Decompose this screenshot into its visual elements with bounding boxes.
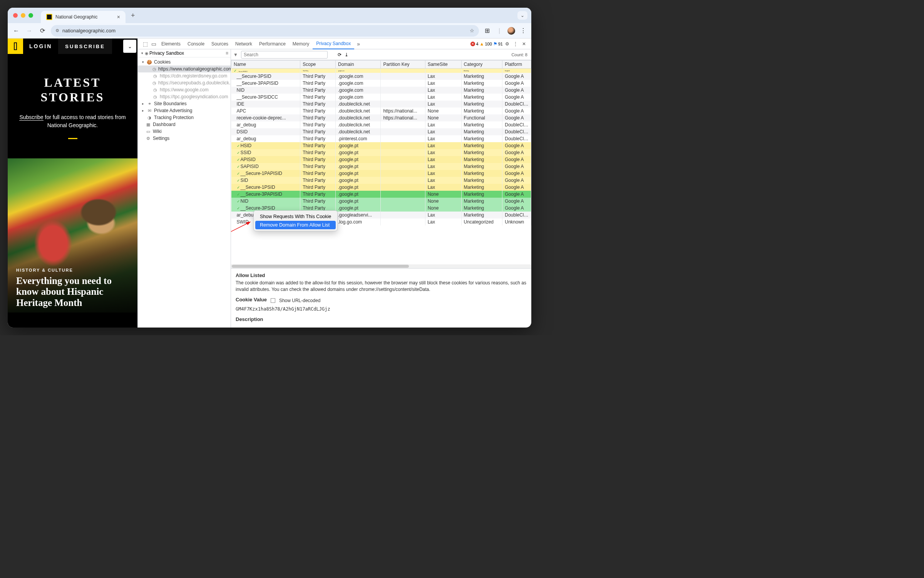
sidebar-domain-item[interactable]: ◷https://www.google.com bbox=[138, 86, 231, 93]
cookie-icon: 🍪 bbox=[147, 59, 152, 65]
devtools-tab-memory[interactable]: Memory bbox=[289, 39, 313, 49]
devtools-tab-performance[interactable]: Performance bbox=[256, 39, 289, 49]
login-button[interactable]: LOGIN bbox=[23, 43, 58, 49]
menu-chevron-icon[interactable]: ⌄ bbox=[123, 40, 136, 53]
table-row[interactable]: ar_debugThird Party.doubleclick.netLaxMa… bbox=[231, 121, 531, 128]
issue-counters: ✕4 ▲100 ⚑91 bbox=[470, 41, 503, 47]
column-header[interactable]: Partition Key bbox=[381, 60, 425, 69]
url-decoded-label: Show URL-decoded bbox=[279, 298, 320, 303]
devtools-tab-privacy-sandbox[interactable]: Privacy Sandbox bbox=[313, 39, 354, 49]
devtools-menu-icon[interactable]: ⋮ bbox=[511, 41, 520, 47]
table-row[interactable]: ✓SSIDThird Party.google.ptLaxMarketingGo… bbox=[231, 149, 531, 156]
tree-site-boundaries[interactable]: ▸⚭Site Boundaries bbox=[138, 100, 231, 107]
tree-settings[interactable]: ⚙Settings bbox=[138, 135, 231, 142]
column-header[interactable]: Category bbox=[461, 60, 502, 69]
natgeo-logo[interactable] bbox=[8, 39, 23, 54]
filter-icon[interactable]: ▼ bbox=[233, 52, 238, 57]
cookie-table-wrap[interactable]: NameScopeDomainPartition KeySameSiteCate… bbox=[231, 60, 531, 264]
column-header[interactable]: Domain bbox=[336, 60, 381, 69]
more-tabs-icon[interactable]: » bbox=[354, 41, 363, 47]
download-icon[interactable]: ⤓ bbox=[345, 52, 348, 57]
sidebar-domain-item[interactable]: ◷https://cdn.registerdisney.go.com bbox=[138, 72, 231, 79]
cookie-panel: ▼ ⟳ ⤓ Count: 8 NameScopeDomainPartition … bbox=[231, 49, 531, 328]
extensions-icon[interactable]: ⊞ bbox=[483, 27, 491, 34]
table-row[interactable]: ✓HSIDThird Party.google.ptLaxMarketingGo… bbox=[231, 142, 531, 149]
tree-dashboard[interactable]: ▦Dashboard bbox=[138, 121, 231, 128]
hero-subtitle: Subscribe for full access to read storie… bbox=[14, 113, 131, 129]
devtools-tab-console[interactable]: Console bbox=[184, 39, 208, 49]
tab-close-icon[interactable]: × bbox=[117, 14, 120, 20]
table-row[interactable]: ✓__Secure-3PAPISIDThird Party.google.ptN… bbox=[231, 191, 531, 198]
bookmark-star-icon[interactable]: ☆ bbox=[470, 28, 474, 34]
scrollbar-thumb[interactable] bbox=[232, 265, 409, 268]
table-row[interactable]: ✓APISIDThird Party.google.ptLaxMarketing… bbox=[231, 156, 531, 163]
table-row[interactable]: IDEThird Party.doubleclick.netLaxMarketi… bbox=[231, 101, 531, 108]
sidebar-domain-item[interactable]: ◷https://tpc.googlesyndication.com bbox=[138, 93, 231, 100]
table-row[interactable]: __Secure-3PSIDCCThird Party.google.comLa… bbox=[231, 94, 531, 101]
table-row[interactable]: ✓__Secure-1PSIDThird Party.google.ptLaxM… bbox=[231, 184, 531, 191]
sidebar-domain-item[interactable]: ◷https://securepubads.g.doubleclick.net bbox=[138, 79, 231, 86]
details-heading-cookievalue: Cookie Value bbox=[236, 297, 267, 302]
table-row[interactable]: __Secure-3PAPISIDThird Party.google.comL… bbox=[231, 80, 531, 87]
column-header[interactable]: Name bbox=[231, 60, 300, 69]
sidebar-collapse-icon[interactable]: ≡ bbox=[226, 50, 228, 56]
table-row[interactable]: __Secure-3PSIDThird Party.google.comLaxM… bbox=[231, 73, 531, 80]
table-row[interactable]: receive-cookie-deprec...Third Party.doub… bbox=[231, 114, 531, 121]
browser-menu-icon[interactable]: ⋮ bbox=[519, 27, 527, 34]
context-show-requests[interactable]: Show Requests With This Cookie bbox=[255, 212, 336, 221]
warning-count[interactable]: ▲100 bbox=[480, 41, 492, 47]
horizontal-scrollbar[interactable] bbox=[231, 264, 531, 268]
clock-icon: ◷ bbox=[152, 66, 156, 72]
back-button[interactable]: ← bbox=[12, 27, 21, 34]
browser-window: National Geographic × + ⌄ ← → ⟳ ⚙ nation… bbox=[8, 8, 531, 328]
tree-wiki[interactable]: ▭Wiki bbox=[138, 128, 231, 135]
devtools-tab-elements[interactable]: Elements bbox=[158, 39, 184, 49]
cookie-details: Allow Listed The cookie domain was added… bbox=[231, 268, 531, 328]
search-input[interactable] bbox=[241, 51, 328, 59]
context-remove-domain[interactable]: Remove Domain From Allow List bbox=[255, 221, 336, 229]
address-bar[interactable]: ⚙ nationalgeographic.com ☆ bbox=[51, 25, 479, 37]
subscribe-link[interactable]: Subscribe bbox=[19, 114, 43, 121]
refresh-icon[interactable]: ⟳ bbox=[338, 52, 341, 57]
inspect-element-icon[interactable]: ⬚ bbox=[141, 41, 149, 47]
close-window-icon[interactable] bbox=[13, 13, 18, 18]
column-header[interactable]: Platform bbox=[502, 60, 531, 69]
column-header[interactable]: Scope bbox=[300, 60, 336, 69]
error-count[interactable]: ✕4 bbox=[470, 42, 478, 46]
maximize-window-icon[interactable] bbox=[28, 13, 33, 18]
table-row[interactable]: ar_debugThird Party.pinterest.comLaxMark… bbox=[231, 135, 531, 142]
tab-strip: National Geographic × + ⌄ bbox=[8, 8, 531, 23]
table-row[interactable]: ✓SIDThird Party.google.ptLaxMarketingGoo… bbox=[231, 177, 531, 184]
reload-button[interactable]: ⟳ bbox=[38, 27, 47, 34]
column-header[interactable]: SameSite bbox=[425, 60, 461, 69]
devtools-tab-network[interactable]: Network bbox=[232, 39, 256, 49]
table-row[interactable]: ✓__Secure-1PSIDCCThird Party.google.comM… bbox=[231, 69, 531, 73]
table-row[interactable]: APCThird Party.doubleclick.nethttps://na… bbox=[231, 108, 531, 114]
sidebar-header: ▾ ◉ Privacy Sandbox ≡ bbox=[138, 49, 231, 57]
table-row[interactable]: DSIDThird Party.doubleclick.netLaxMarket… bbox=[231, 128, 531, 135]
tab-overflow-button[interactable]: ⌄ bbox=[517, 11, 527, 20]
table-row[interactable]: ✓SAPISIDThird Party.google.ptLaxMarketin… bbox=[231, 163, 531, 170]
browser-tab[interactable]: National Geographic × bbox=[41, 11, 126, 23]
table-row[interactable]: ✓__Secure-1PAPISIDThird Party.google.ptL… bbox=[231, 170, 531, 177]
devtools-close-icon[interactable]: ✕ bbox=[520, 41, 528, 47]
details-heading-description: Description bbox=[236, 316, 527, 322]
article-card[interactable]: HISTORY & CULTURE Everything you need to… bbox=[8, 158, 137, 313]
sidebar-domain-item[interactable]: ◷https://www.nationalgeographic.com bbox=[138, 66, 231, 72]
subscribe-button[interactable]: SUBSCRIBE bbox=[58, 39, 112, 54]
minimize-window-icon[interactable] bbox=[21, 13, 25, 18]
devtools-tab-sources[interactable]: Sources bbox=[208, 39, 232, 49]
new-tab-button[interactable]: + bbox=[131, 12, 135, 20]
table-row[interactable]: NIDThird Party.google.comLaxMarketingGoo… bbox=[231, 87, 531, 94]
tree-tracking-protection[interactable]: ▸◑Tracking Protection bbox=[138, 114, 231, 121]
table-row[interactable]: ✓NIDThird Party.google.ptNoneMarketingGo… bbox=[231, 198, 531, 205]
devtools-sidebar: ▾ ◉ Privacy Sandbox ≡ ▾🍪Cookies ◷https:/… bbox=[138, 49, 231, 328]
info-count[interactable]: ⚑91 bbox=[493, 41, 503, 47]
url-decoded-checkbox[interactable] bbox=[271, 298, 275, 303]
profile-avatar[interactable] bbox=[507, 27, 515, 35]
devtools-settings-icon[interactable]: ⚙ bbox=[503, 41, 511, 47]
site-settings-icon[interactable]: ⚙ bbox=[55, 28, 59, 33]
tree-cookies[interactable]: ▾🍪Cookies bbox=[138, 59, 231, 66]
tree-private-advertising[interactable]: ▸✉Private Advertising bbox=[138, 107, 231, 114]
device-toggle-icon[interactable]: ▭ bbox=[149, 41, 158, 47]
